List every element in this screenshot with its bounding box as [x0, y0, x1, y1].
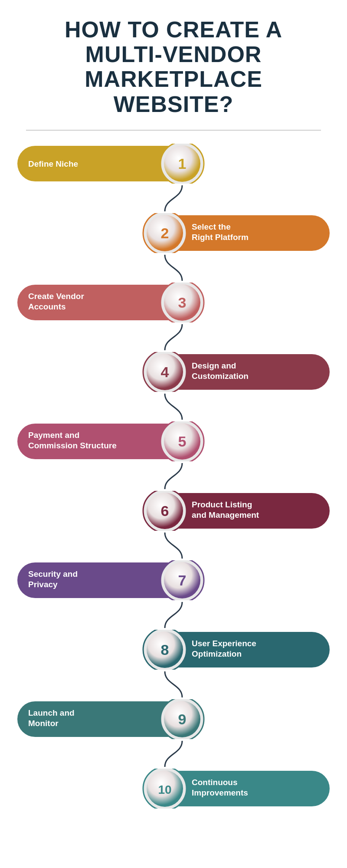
svg-text:Monitor: Monitor [28, 719, 59, 728]
svg-text:Security and: Security and [28, 569, 78, 579]
svg-text:4: 4 [161, 364, 169, 380]
step-wrapper-3: 3Create VendorAccounts [13, 283, 334, 324]
svg-text:Create Vendor: Create Vendor [28, 292, 84, 301]
steps-container: 1Define Niche2Select theRight Platform3C… [0, 144, 347, 828]
step-wrapper-4: 4Design andCustomization [13, 352, 334, 394]
connector-4 [13, 463, 334, 491]
svg-text:3: 3 [178, 294, 187, 311]
step-svg-6: 6Product Listingand Management [13, 491, 334, 531]
divider [26, 130, 321, 131]
header: HOW TO CREATE A MULTI-VENDOR MARKETPLACE… [0, 0, 347, 125]
step-wrapper-1: 1Define Niche [13, 144, 334, 185]
step-wrapper-5: 5Payment andCommission Structure [13, 421, 334, 463]
connector-2 [13, 324, 334, 352]
svg-text:1: 1 [178, 155, 187, 172]
svg-text:User Experience: User Experience [192, 639, 256, 648]
svg-text:Privacy: Privacy [28, 580, 58, 589]
step-svg-3: 3Create VendorAccounts [13, 283, 334, 322]
step-wrapper-10: 10ContinuousImprovements [13, 769, 334, 810]
step-svg-10: 10ContinuousImprovements [13, 769, 334, 809]
step-wrapper-8: 8User ExperienceOptimization [13, 630, 334, 671]
svg-text:Define Niche: Define Niche [28, 159, 78, 168]
svg-text:Select the: Select the [192, 222, 231, 231]
svg-text:Accounts: Accounts [28, 302, 66, 311]
svg-text:and Management: and Management [192, 510, 259, 519]
svg-text:10: 10 [158, 783, 171, 796]
step-svg-4: 4Design andCustomization [13, 352, 334, 392]
connector-6 [13, 602, 334, 630]
step-wrapper-2: 2Select theRight Platform [13, 213, 334, 255]
connector-5 [13, 533, 334, 560]
connector-8 [13, 741, 334, 769]
page-title: HOW TO CREATE A MULTI-VENDOR MARKETPLACE… [26, 17, 321, 117]
svg-text:Launch and: Launch and [28, 708, 75, 717]
step-svg-9: 9Launch andMonitor [13, 699, 334, 739]
connector-3 [13, 394, 334, 421]
step-svg-5: 5Payment andCommission Structure [13, 421, 334, 461]
svg-text:Optimization: Optimization [192, 649, 242, 658]
step-wrapper-7: 7Security andPrivacy [13, 560, 334, 602]
svg-text:Continuous: Continuous [192, 778, 238, 787]
connector-7 [13, 671, 334, 699]
page-wrapper: HOW TO CREATE A MULTI-VENDOR MARKETPLACE… [0, 0, 347, 828]
step-svg-7: 7Security andPrivacy [13, 560, 334, 600]
svg-text:Right Platform: Right Platform [192, 233, 249, 242]
step-wrapper-6: 6Product Listingand Management [13, 491, 334, 533]
svg-text:Design and: Design and [192, 361, 236, 370]
svg-text:Improvements: Improvements [192, 788, 248, 797]
step-svg-8: 8User ExperienceOptimization [13, 630, 334, 670]
svg-text:9: 9 [178, 711, 187, 727]
svg-text:Payment and: Payment and [28, 431, 79, 440]
svg-text:Commission Structure: Commission Structure [28, 441, 117, 450]
svg-text:Customization: Customization [192, 372, 249, 381]
connector-1 [13, 255, 334, 283]
step-svg-1: 1Define Niche [13, 144, 334, 184]
svg-text:8: 8 [161, 641, 169, 658]
svg-text:2: 2 [161, 225, 169, 241]
step-wrapper-9: 9Launch andMonitor [13, 699, 334, 741]
svg-text:Product Listing: Product Listing [192, 500, 252, 509]
connector-0 [13, 185, 334, 213]
svg-text:6: 6 [161, 503, 169, 519]
step-svg-2: 2Select theRight Platform [13, 213, 334, 253]
svg-text:5: 5 [178, 433, 187, 450]
svg-text:7: 7 [178, 572, 187, 589]
